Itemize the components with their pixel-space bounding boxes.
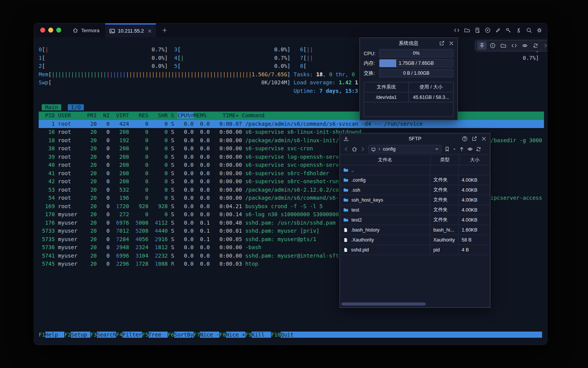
open-in-window-icon[interactable] [471,136,477,142]
close-icon[interactable] [448,40,454,46]
file-row-..[interactable]: .. [340,165,490,175]
fkey-f5-button[interactable]: Tree [149,332,168,338]
fkey-f10-button[interactable]: Quit [281,332,542,338]
file-row-.config[interactable]: .config文件夹4.00KB [340,175,490,185]
fs-table-header: 文件系统使用 / 大小 [364,82,453,92]
file-size: 4 B [459,245,490,255]
transfers-icon[interactable] [343,133,349,144]
htop-function-bar[interactable]: F1Help F2Setup F3SearchF4FilterF5Tree F6… [39,331,544,339]
tab-label: 10.211.55.2 [118,28,144,34]
chevron-down-icon[interactable] [434,147,439,151]
forward-icon[interactable] [360,146,366,152]
htop-screen-tabs[interactable]: Main I/O [39,104,544,112]
file-type [430,165,459,175]
floating-mini-toolbar [475,40,547,51]
record-icon[interactable] [485,27,491,33]
file-row-ssh_host_keys[interactable]: ssh_host_keys文件夹4.00KB [340,195,490,205]
fkey-f4-button[interactable]: Filter [122,332,142,338]
help-icon[interactable] [462,136,468,142]
code-icon[interactable] [510,41,519,50]
fkey-f8-button[interactable]: Nice + [226,332,245,338]
new-tab-button[interactable] [160,26,169,34]
sysinfo-meters: CPU:0%内存:1.75GB / 7.65GB交换:0 B / 1.00GB [360,48,457,78]
file-icon [343,237,348,243]
file-row-sshd.pid[interactable]: sshd.pidpid4 B [340,245,490,255]
show-hidden-icon[interactable] [467,146,473,152]
file-table-header[interactable]: 文件名类型大小 [340,154,490,165]
folder-icon[interactable] [499,41,508,50]
fkey-f6-button[interactable]: SortBy [174,332,194,338]
file-row-.bash_history[interactable]: .bash_historybash_hi...1.60KB [340,225,490,235]
file-size [459,165,490,175]
file-name: test [351,207,359,213]
file-row-.ssh[interactable]: .ssh文件夹4.00KB [340,185,490,195]
path-breadcrumb[interactable]: config [368,145,442,153]
back-icon[interactable] [343,146,349,152]
close-icon[interactable] [481,136,487,142]
search-icon[interactable] [526,27,532,33]
close-window-button[interactable] [40,28,45,33]
pin-icon[interactable] [477,41,487,50]
fkey-f2-button[interactable]: Setup [71,332,90,338]
htop-tab-io[interactable]: I/O [68,104,84,110]
keychain-icon[interactable] [516,27,522,33]
htop-cpu-meter-row: 2[ 0.0%] 5[ 0.0%] 8[ [39,62,544,71]
notes-icon[interactable] [474,27,480,33]
htop-tab-main[interactable]: Main [42,104,61,110]
sftp-titlebar: SFTP [340,133,490,144]
file-type: 文件夹 [430,215,459,225]
info-icon[interactable] [488,41,497,50]
meter-label: 内存: [364,60,379,67]
key-icon[interactable] [505,27,511,33]
device-icon [371,147,376,152]
refresh-icon[interactable] [531,41,540,50]
close-tab-icon[interactable] [147,29,152,33]
sysinfo-meter-2: 交换:0 B / 1.00GB [360,68,457,78]
fkey-f7-button[interactable]: Nice - [200,332,219,338]
process-row-1[interactable]: 1 root 20 0 424 0 0 S 0.0 0.0 0:00.07 /p… [39,120,544,128]
nvidia-icon[interactable] [520,41,529,50]
file-row-test2[interactable]: test2文件夹4.00KB [340,215,490,225]
file-size: 4.00KB [459,195,490,205]
folder-icon [343,177,349,183]
termora-window: Termora 10.211.55.2 0[| 0.7%] 3[ 0.0%] 6… [34,23,547,345]
upload-icon[interactable] [459,146,465,152]
sort-column-cpu[interactable]: CPU%▽ [177,112,193,118]
home-icon[interactable] [351,146,358,152]
minimize-window-button[interactable] [48,28,53,33]
file-type: pid [430,245,459,255]
meter-label: CPU: [364,51,379,56]
htop-mem-meter-row: Mem[||||||||||||||||||||||||||||||||||||… [39,71,544,79]
file-table: ...config文件夹4.00KB.ssh文件夹4.00KBssh_host_… [340,165,490,255]
bookmark-menu-icon[interactable] [452,147,456,151]
process-table-header[interactable]: PID USER PRI NI VIRT RES SHR S CPU%▽MEM%… [39,112,544,120]
meter-value: 0% [379,49,453,57]
folder-icon[interactable] [464,27,470,33]
titlebar-toolbar [454,23,542,37]
folder-icon [343,197,349,203]
meter-label: 交换: [364,70,379,77]
bookmark-icon[interactable] [444,146,450,152]
fs-table-row[interactable]: /dev/vda145.61GB / 58.3... [364,92,453,102]
open-in-window-icon[interactable] [439,40,445,46]
close-icon[interactable] [542,41,547,50]
sysinfo-meter-1: 内存:1.75GB / 7.65GB [360,58,457,68]
fkey-f1-button[interactable]: Help [45,332,65,338]
file-row-test[interactable]: test文件夹4.00KB [340,205,490,215]
maximize-window-button[interactable] [56,28,61,33]
fkey-f3-button[interactable]: Search [97,332,116,338]
horizontal-scrollbar[interactable] [341,302,426,306]
file-row-.Xauthority[interactable]: .XauthorityXauthority58 B [340,235,490,245]
refresh-icon[interactable] [475,146,482,152]
fkey-f9-button[interactable]: Kill [252,332,271,338]
edit-icon[interactable] [495,27,501,33]
settings-icon[interactable] [536,27,542,33]
file-name: .Xauthority [351,237,374,243]
code-icon[interactable] [454,27,460,33]
desktop: { "titlebar": { "tabs": [ {"label": "Ter… [0,0,588,368]
filesystem-table: 文件系统使用 / 大小/dev/vda145.61GB / 58.3... [364,82,454,117]
tab-termora-home[interactable]: Termora [68,23,104,37]
tab-ssh-session[interactable]: 10.211.55.2 [105,23,156,37]
sftp-navbar: config [340,144,490,154]
file-icon [343,247,348,253]
